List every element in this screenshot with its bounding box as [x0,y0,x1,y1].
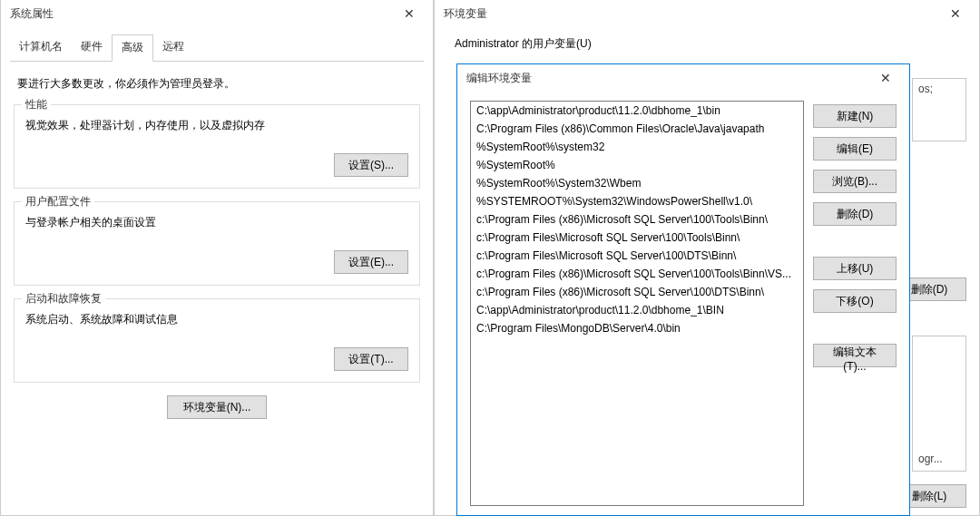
editenv-titlebar: 编辑环境变量 ✕ [457,64,909,92]
path-entry[interactable]: c:\Program Files (x86)\Microsoft SQL Ser… [471,265,803,283]
tab-hardware[interactable]: 硬件 [72,34,112,61]
close-icon[interactable]: ✕ [937,1,974,26]
userprofile-desc: 与登录帐户相关的桌面设置 [25,215,408,230]
envvars-title: 环境变量 [444,6,487,22]
system-vars-list-partial[interactable]: ogr... [912,336,966,472]
browse-button[interactable]: 浏览(B)... [813,170,897,193]
sysprops-tab-body: 要进行大多数更改，你必须作为管理员登录。 性能 视觉效果，处理器计划，内存使用，… [1,62,433,426]
path-entry[interactable]: c:\Program Files (x86)\Microsoft SQL Ser… [471,283,803,301]
edit-button[interactable]: 编辑(E) [813,137,897,161]
user-vars-list-partial[interactable]: os; [912,78,966,141]
edit-environment-variable-dialog: 编辑环境变量 ✕ C:\app\Administrator\product\11… [456,63,910,516]
move-down-button[interactable]: 下移(O) [813,289,897,313]
move-up-button[interactable]: 上移(U) [813,257,897,280]
edit-text-button[interactable]: 编辑文本(T)... [813,344,897,367]
performance-group: 性能 视觉效果，处理器计划，内存使用，以及虚拟内存 设置(S)... [14,104,420,189]
admin-hint: 要进行大多数更改，你必须作为管理员登录。 [17,76,416,92]
editenv-title: 编辑环境变量 [466,71,532,86]
editenv-side-buttons: 新建(N) 编辑(E) 浏览(B)... 删除(D) 上移(U) 下移(O) 编… [813,101,897,506]
path-entry[interactable]: C:\app\Administrator\product\11.2.0\dbho… [471,301,803,319]
sysprops-tabs: 计算机名 硬件 高级 远程 [10,34,424,62]
user-vars-label: Administrator 的用户变量(U) [455,36,966,52]
path-entry[interactable]: %SYSTEMROOT%\System32\WindowsPowerShell\… [471,192,803,210]
startup-legend: 启动和故障恢复 [22,291,105,307]
environment-variables-button[interactable]: 环境变量(N)... [167,395,267,419]
userprofile-group: 用户配置文件 与登录帐户相关的桌面设置 设置(E)... [14,201,420,286]
performance-settings-button[interactable]: 设置(S)... [334,153,408,177]
path-entry[interactable]: C:\Program Files (x86)\Common Files\Orac… [471,120,803,138]
path-entry[interactable]: c:\Program Files\Microsoft SQL Server\10… [471,247,803,265]
editenv-body: C:\app\Administrator\product\11.2.0\dbho… [457,92,909,515]
startup-desc: 系统启动、系统故障和调试信息 [25,312,408,327]
close-icon[interactable]: ✕ [867,65,904,91]
path-entry-editing[interactable] [471,319,803,337]
user-var-snippet: os; [918,83,960,95]
tab-advanced[interactable]: 高级 [112,34,153,62]
delete-button[interactable]: 删除(D) [813,202,897,226]
new-button[interactable]: 新建(N) [813,104,897,128]
performance-desc: 视觉效果，处理器计划，内存使用，以及虚拟内存 [25,118,408,133]
system-properties-window: 系统属性 ✕ 计算机名 硬件 高级 远程 要进行大多数更改，你必须作为管理员登录… [0,0,434,516]
startup-group: 启动和故障恢复 系统启动、系统故障和调试信息 设置(T)... [14,298,420,383]
close-icon[interactable]: ✕ [391,1,427,26]
performance-legend: 性能 [22,97,51,112]
sysprops-titlebar: 系统属性 ✕ [1,0,433,27]
system-var-snippet: ogr... [918,453,943,465]
path-entries-list[interactable]: C:\app\Administrator\product\11.2.0\dbho… [470,101,804,506]
sysprops-title: 系统属性 [10,6,54,22]
userprofile-legend: 用户配置文件 [22,194,94,209]
userprofile-settings-button[interactable]: 设置(E)... [334,250,408,274]
path-entry[interactable]: %SystemRoot%\System32\Wbem [471,174,803,192]
tab-computer-name[interactable]: 计算机名 [10,34,72,61]
path-entry[interactable]: %SystemRoot% [471,156,803,174]
path-entry[interactable]: %SystemRoot%\system32 [471,138,803,156]
startup-settings-button[interactable]: 设置(T)... [334,347,408,371]
path-edit-input[interactable] [471,319,803,337]
path-entry[interactable]: c:\Program Files (x86)\Microsoft SQL Ser… [471,210,803,229]
path-entry[interactable]: c:\Program Files\Microsoft SQL Server\10… [471,229,803,247]
path-entry[interactable]: C:\app\Administrator\product\11.2.0\dbho… [471,102,803,120]
envvars-titlebar: 环境变量 ✕ [435,0,979,27]
tab-remote[interactable]: 远程 [153,34,193,61]
